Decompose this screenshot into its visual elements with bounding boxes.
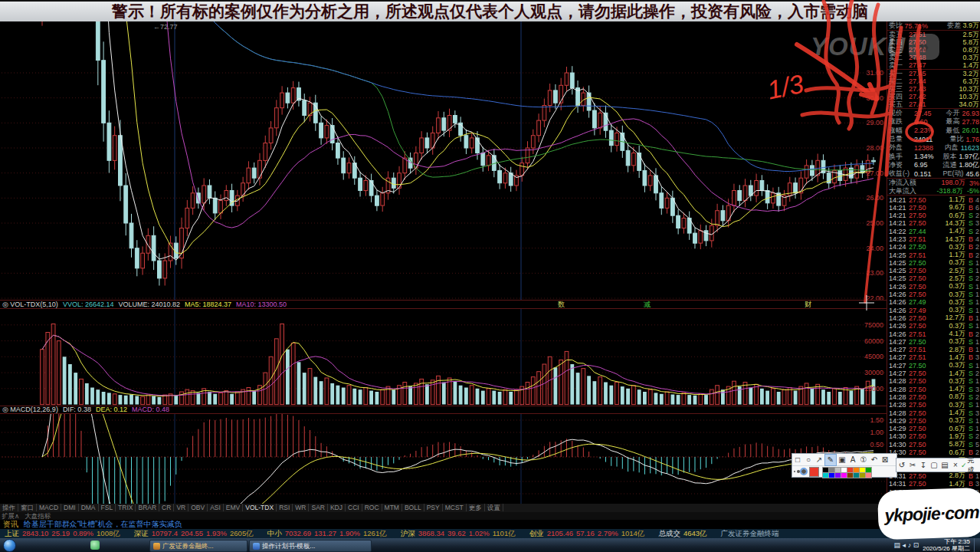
- candlestick-chart[interactable]: 31.0030.0029.0028.0027.0026.0025.0024.00…: [0, 21, 887, 301]
- indicator-tab-BRAR[interactable]: BRAR: [136, 504, 159, 511]
- indicator-tab-更多[interactable]: 更多: [467, 504, 485, 511]
- clock[interactable]: 下午 2:35 2020/5/26 星期二: [923, 538, 970, 552]
- indicator-tab-TRIX[interactable]: TRIX: [116, 504, 136, 511]
- indicator-tab-DMA[interactable]: DMA: [79, 504, 99, 511]
- tick-row: 14:3027.505.8万S5: [887, 441, 980, 449]
- action-3-icon[interactable]: ▢: [929, 460, 939, 471]
- action-2-icon[interactable]: ↧: [918, 460, 929, 471]
- indicator-tab-BOLL[interactable]: BOLL: [402, 504, 424, 511]
- indicator-tab-EMV[interactable]: EMV: [224, 504, 243, 511]
- index-上证[interactable]: 上证2843.1025.190.89%1008亿: [5, 529, 123, 537]
- indicator-tab-ASI[interactable]: ASI: [208, 504, 224, 511]
- svg-text:25.00: 25.00: [866, 219, 883, 227]
- volume-chart[interactable]: 7500060000450003000015000: [0, 308, 887, 406]
- tick-row: 14:3027.501.9万S2: [887, 432, 980, 440]
- indicator-tab-ROC[interactable]: ROC: [362, 504, 382, 511]
- current-color-swatch[interactable]: [809, 467, 819, 477]
- doc-app-label: 操作计划书-模板...: [262, 541, 315, 551]
- volume-indicator-header[interactable]: ◎ VOL-TDX(5,10)VVOL: 26642.14VOLUME: 240…: [0, 301, 889, 308]
- tool-3-icon[interactable]: ✎: [824, 454, 837, 466]
- info-row: 收益(-)0.151PE(动)45.6: [887, 169, 980, 178]
- index-创业[interactable]: 创业2105.4657.162.79%1014亿: [529, 529, 648, 537]
- macd-chart[interactable]: 1.501.000.50: [0, 413, 887, 504]
- annotation-toolbar: □○↗✎▣A①↶⊠: [792, 453, 897, 478]
- system-tray[interactable]: ▤ ◂ ♪ ⊡ 下午 2:35 2020/5/26 星期二: [894, 538, 978, 552]
- indicator-tab-PSY[interactable]: PSY: [424, 504, 443, 511]
- thickness-medium[interactable]: [797, 470, 800, 473]
- indicator-tab-DMI[interactable]: DMI: [61, 504, 79, 511]
- palette-color[interactable]: [865, 472, 872, 478]
- indicator-tab-设置[interactable]: 设置: [485, 504, 503, 511]
- index-深证[interactable]: 深证10797.4204.551.93%2605亿: [134, 529, 257, 537]
- news-ticker[interactable]: 资讯 给基层干部群众“吐槽”机会，在监督中落实减负: [0, 520, 980, 529]
- annotation-action-icons: ↺✂↧▢▤×: [896, 460, 961, 471]
- action-5-icon[interactable]: ×: [950, 460, 961, 471]
- tick-row: 14:2927.500.6万S1: [887, 425, 980, 432]
- market-index-bar[interactable]: 上证2843.1025.190.89%1008亿深证10797.4204.551…: [0, 529, 980, 538]
- svg-text:1.50: 1.50: [870, 416, 883, 424]
- tool-2-icon[interactable]: ↗: [814, 455, 824, 465]
- ask-row[interactable]: 卖一27.471.4万: [887, 61, 980, 69]
- indicator-tab-KDJ[interactable]: KDJ: [328, 504, 346, 511]
- news-text[interactable]: 给基层干部群众“吐槽”机会，在监督中落实减负: [24, 520, 182, 528]
- tick-row: 14:2727.500.3万S1: [887, 362, 980, 370]
- tick-row: 14:2827.500.8万S2: [887, 393, 980, 401]
- thickness-small[interactable]: [794, 471, 795, 472]
- tool-1-icon[interactable]: ○: [803, 455, 814, 465]
- indicator-tab-OBV[interactable]: OBV: [188, 504, 208, 511]
- taskbar-app-doc[interactable]: 操作计划书-模板...: [249, 540, 372, 552]
- color-palette[interactable]: [822, 467, 870, 477]
- indicator-tab-窗口[interactable]: 窗口: [18, 504, 37, 511]
- svg-text:31.00: 31.00: [866, 69, 883, 77]
- tool-6-icon[interactable]: ①: [858, 455, 869, 465]
- tool-5-icon[interactable]: A: [847, 455, 858, 465]
- expand-toggle[interactable]: 扩展∧: [2, 512, 19, 520]
- svg-text:30.00: 30.00: [866, 94, 883, 102]
- annotation-shape-tools: □○↗✎▣A①↶⊠: [792, 454, 896, 466]
- indicator-tab-FSL[interactable]: FSL: [99, 504, 116, 511]
- indicator-tab-SAR[interactable]: SAR: [309, 504, 327, 511]
- event-flag: 财: [805, 301, 811, 308]
- indicator-tab-MACD[interactable]: MACD: [37, 504, 61, 511]
- tool-8-icon[interactable]: ⊠: [880, 455, 890, 465]
- tray-icons[interactable]: ▤ ◂ ♪ ⊡: [894, 542, 919, 549]
- indicator-tab-CR[interactable]: CR: [159, 504, 174, 511]
- done-button[interactable]: ✓ 完成: [961, 455, 980, 475]
- tool-7-icon[interactable]: ↶: [869, 455, 880, 465]
- indicator-tab-RSI[interactable]: RSI: [277, 504, 293, 511]
- expand-row[interactable]: 扩展∧ 大盘指标: [0, 512, 980, 520]
- macd-indicator-header[interactable]: ◎ MACD(12,26,9)DIF: 0.38DEA: 0.12MACD: 0…: [0, 406, 889, 413]
- thickness-large[interactable]: [801, 469, 806, 474]
- tool-4-icon[interactable]: ▣: [837, 455, 847, 465]
- event-flag: 减: [644, 301, 651, 308]
- tick-row: 14:2627.5012.7万B1: [887, 314, 980, 322]
- svg-text:75000: 75000: [864, 321, 883, 329]
- tool-0-icon[interactable]: □: [792, 455, 803, 465]
- tick-row: 14:2627.500.3万S1: [887, 291, 980, 298]
- show-desktop-button[interactable]: [974, 538, 978, 552]
- peak-price-marker: ←72.77: [153, 23, 178, 31]
- action-1-icon[interactable]: ✂: [907, 460, 918, 471]
- action-4-icon[interactable]: ▤: [939, 460, 950, 471]
- indicator-tab-MCST[interactable]: MCST: [443, 504, 467, 511]
- indicator-tab-CCI[interactable]: CCI: [346, 504, 362, 511]
- svg-text:24.00: 24.00: [866, 245, 883, 252]
- bid-row[interactable]: 买五27.4134.0万: [887, 100, 980, 108]
- warning-banner: 警示！所有标的案例仅作为分析之用，所述观点仅代表个人观点，请勿据此操作，投资有风…: [0, 2, 980, 21]
- svg-text:45000: 45000: [864, 353, 883, 360]
- index-沪深[interactable]: 沪深3868.3439.621.02%1101亿: [401, 529, 519, 537]
- news-tag: 资讯: [0, 520, 21, 528]
- stock-info: 现价27.45今开26.93涨跌0.60最高27.78涨幅2.23%最低26.0…: [887, 108, 980, 178]
- indicator-tab-VOL-TDX[interactable]: VOL-TDX: [243, 504, 277, 511]
- action-0-icon[interactable]: ↺: [896, 460, 907, 471]
- indicator-tab-操作[interactable]: 操作: [0, 504, 18, 511]
- done-label: 完成: [968, 455, 980, 475]
- indicator-param: VVOL: 26642.14: [63, 301, 114, 308]
- start-button[interactable]: [3, 539, 16, 552]
- index-中小[interactable]: 中小7032.69131.271.90%1261亿: [267, 529, 390, 537]
- indicator-tab-WR[interactable]: WR: [293, 504, 309, 511]
- indicator-tab-MTM[interactable]: MTM: [382, 504, 402, 511]
- taskbar-app-gf[interactable]: 广发证券金融终...: [149, 540, 247, 552]
- indicator-tab-VR[interactable]: VR: [174, 504, 188, 511]
- browser-icon[interactable]: [90, 540, 100, 550]
